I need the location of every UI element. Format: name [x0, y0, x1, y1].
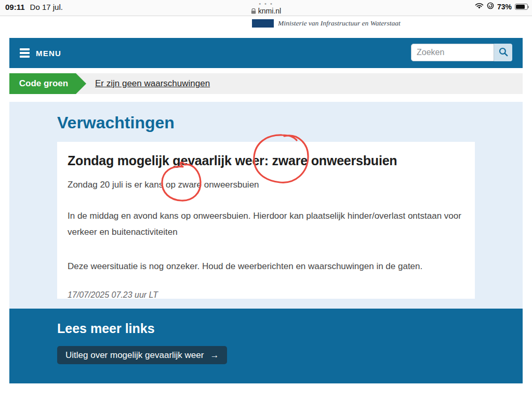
- menu-label: MENU: [36, 49, 61, 58]
- browser-chrome: 09:11 Do 17 jul. • • • knmi.nl 73%: [0, 0, 532, 16]
- status-bar-right: 73%: [475, 2, 528, 11]
- menu-button[interactable]: MENU: [20, 48, 61, 58]
- battery-percent: 73%: [497, 3, 512, 11]
- warning-status-bar: Code groen Er zijn geen waarschuwingen: [9, 73, 523, 94]
- url-text: knmi.nl: [258, 7, 281, 15]
- forecast-card: Zondag mogelijk gevaarlijk weer: zware o…: [57, 142, 475, 299]
- page-title: Verwachtingen: [57, 113, 175, 132]
- forecast-section: Verwachtingen Zondag mogelijk gevaarlijk…: [9, 102, 523, 309]
- rijksoverheid-logo: Ministerie van Infrastructuur en Waterst…: [252, 19, 401, 28]
- card-subheading: Zondag 20 juli is er kans op zware onwee…: [68, 180, 464, 190]
- search-area: [411, 44, 512, 61]
- search-icon: [499, 47, 508, 58]
- logo-block: [252, 19, 274, 28]
- site-header: Ministerie van Infrastructuur en Waterst…: [0, 17, 532, 37]
- search-input[interactable]: [411, 44, 494, 61]
- card-timestamp: 17/07/2025 07.23 uur LT: [68, 290, 464, 300]
- tab-overview-dots-icon[interactable]: • • •: [0, 2, 532, 6]
- read-more-heading: Lees meer links: [57, 321, 155, 336]
- card-paragraph-2: Deze weersituatie is nog onzeker. Houd d…: [68, 261, 464, 272]
- main-navigation-bar: MENU: [9, 38, 523, 68]
- dangerous-weather-info-button[interactable]: Uitleg over mogelijk gevaarlijk weer →: [57, 346, 227, 364]
- ministry-wordmark: Ministerie van Infrastructuur en Waterst…: [278, 19, 401, 28]
- no-warnings-link[interactable]: Er zijn geen waarschuwingen: [95, 78, 210, 89]
- cta-label: Uitleg over mogelijk gevaarlijk weer: [65, 350, 204, 361]
- wifi-icon: [475, 3, 484, 11]
- battery-icon: [515, 4, 528, 10]
- search-button[interactable]: [494, 44, 512, 61]
- address-bar[interactable]: knmi.nl: [0, 7, 532, 16]
- code-groen-badge[interactable]: Code groen: [9, 73, 86, 94]
- lock-icon: [251, 7, 256, 16]
- hamburger-icon: [20, 48, 30, 58]
- orientation-lock-icon: [487, 2, 494, 11]
- code-groen-label: Code groen: [19, 78, 69, 89]
- read-more-section: Lees meer links Uitleg over mogelijk gev…: [9, 309, 523, 383]
- arrow-right-icon: →: [210, 350, 219, 361]
- card-heading: Zondag mogelijk gevaarlijk weer: zware o…: [68, 153, 464, 168]
- card-paragraph-1: In de middag en avond kans op onweersbui…: [68, 208, 464, 241]
